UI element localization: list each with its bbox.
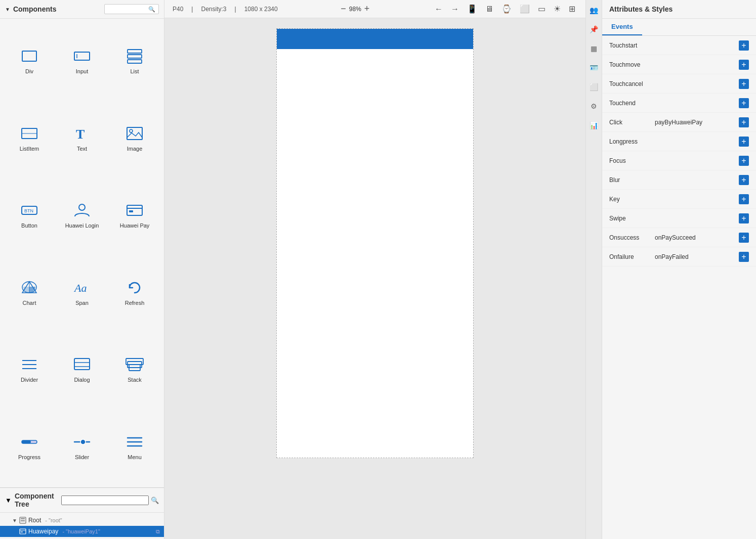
listitem-label: ListItem: [20, 146, 39, 152]
tree-row-huaweipay[interactable]: Huaweipay - "huaweiPay1" ⧉: [0, 526, 164, 537]
tab-bar: Events: [602, 19, 756, 36]
undo-button[interactable]: ←: [433, 4, 445, 15]
event-add-onfailure[interactable]: +: [739, 252, 749, 262]
components-title: Components: [13, 5, 104, 13]
device-frame: [276, 28, 474, 458]
event-row-focus: Focus +: [602, 151, 756, 170]
components-collapse-arrow[interactable]: ▼: [5, 7, 10, 12]
component-span[interactable]: Aa Span: [57, 254, 107, 330]
component-div[interactable]: Div: [4, 23, 55, 98]
huaweipay-component[interactable]: [277, 29, 473, 49]
component-refresh[interactable]: Refresh: [109, 254, 160, 330]
component-list[interactable]: List: [109, 23, 160, 98]
huaweilogin-label: Huawei Login: [65, 222, 99, 229]
tablet-button[interactable]: ⬜: [518, 3, 532, 15]
root-node-id: - "root": [45, 517, 62, 523]
tree-row-root[interactable]: ▼ Root - "root": [0, 515, 164, 526]
component-progress[interactable]: Progress: [4, 409, 55, 484]
toolbar-sep2: |: [235, 6, 236, 13]
list-icon: [122, 46, 147, 66]
right-panel: Attributes & Styles Events Touchstart + …: [602, 0, 756, 539]
side-icons: 👥 📌 ▦ 🪪 ⬜ ⚙ 📊: [585, 0, 602, 539]
event-add-blur[interactable]: +: [739, 175, 749, 185]
event-add-touchcancel[interactable]: +: [739, 79, 749, 89]
toolbar-actions: ← → 📱 🖥 ⌚ ⬜ ▭ ☀ ⊞: [433, 3, 577, 15]
input-icon: [70, 46, 94, 66]
svg-rect-38: [21, 520, 25, 521]
side-icon-card[interactable]: 🪪: [587, 62, 600, 74]
side-icon-people[interactable]: 👥: [587, 4, 600, 16]
zoom-in-button[interactable]: +: [364, 4, 370, 14]
expand-button[interactable]: ▭: [536, 3, 548, 15]
attributes-title: Attributes & Styles: [602, 0, 756, 19]
component-input[interactable]: Input: [57, 23, 107, 98]
side-icon-pin[interactable]: 📌: [587, 23, 600, 35]
event-name-click: Click: [609, 119, 655, 126]
component-slider[interactable]: Slider: [57, 409, 107, 484]
event-add-onsuccess[interactable]: +: [739, 233, 749, 243]
phone-portrait-button[interactable]: 📱: [465, 3, 479, 15]
tree-search-input[interactable]: [61, 496, 149, 505]
redo-button[interactable]: →: [449, 4, 461, 15]
chart-icon: [17, 278, 41, 298]
slider-label: Slider: [75, 454, 89, 460]
component-menu[interactable]: Menu: [109, 409, 160, 484]
component-huaweipay[interactable]: Huawei Pay: [109, 177, 160, 252]
component-huaweilogin[interactable]: Huawei Login: [57, 177, 107, 252]
component-text[interactable]: T Text: [57, 100, 107, 175]
component-divider[interactable]: Divider: [4, 331, 55, 407]
left-panel: ▼ Components 🔍 Div Input: [0, 0, 164, 539]
event-add-longpress[interactable]: +: [739, 137, 749, 147]
toolbar-sep1: |: [191, 6, 193, 13]
event-add-key[interactable]: +: [739, 194, 749, 204]
side-icon-grid[interactable]: ▦: [589, 42, 599, 55]
side-icon-chart[interactable]: 📊: [587, 119, 600, 131]
event-row-blur: Blur +: [602, 170, 756, 190]
watch-button[interactable]: ⌚: [499, 3, 514, 15]
side-icon-window[interactable]: ⬜: [587, 81, 600, 93]
tab-events[interactable]: Events: [602, 19, 642, 35]
screen-button[interactable]: 🖥: [483, 4, 495, 15]
text-icon: T: [70, 123, 94, 144]
component-dialog[interactable]: Dialog: [57, 331, 107, 407]
zoom-out-button[interactable]: −: [341, 4, 346, 14]
multiscreen-button[interactable]: ⊞: [567, 3, 577, 15]
component-stack[interactable]: Stack: [109, 331, 160, 407]
toolbar: P40 | Density:3 | 1080 x 2340 − 98% + ← …: [164, 0, 585, 18]
span-label: Span: [75, 300, 89, 306]
event-row-touchend: Touchend +: [602, 94, 756, 113]
svg-point-13: [79, 204, 85, 210]
svg-text:T: T: [76, 127, 85, 142]
component-button[interactable]: BTN Button: [4, 177, 55, 252]
event-add-focus[interactable]: +: [739, 156, 749, 166]
components-search-input[interactable]: [108, 6, 148, 13]
stack-label: Stack: [128, 377, 142, 383]
components-search-box[interactable]: 🔍: [104, 4, 159, 14]
device-density: Density:3: [201, 6, 226, 13]
tree-search-box[interactable]: 🔍: [61, 496, 159, 505]
component-tree-title: Component Tree: [15, 492, 62, 508]
event-add-touchstart[interactable]: +: [739, 40, 749, 51]
event-add-swipe[interactable]: +: [739, 213, 749, 223]
events-list: Touchstart + Touchmove + Touchcancel + T…: [602, 36, 756, 539]
event-value-onfailure: onPayFailed: [655, 253, 739, 260]
component-listitem[interactable]: ListItem: [4, 100, 55, 175]
huaweipay-node-icon: [19, 528, 26, 535]
stack-icon: [122, 354, 147, 375]
component-chart[interactable]: Chart: [4, 254, 55, 330]
sun-button[interactable]: ☀: [552, 3, 563, 15]
progress-icon: [17, 432, 41, 452]
huaweipay-copy-icon[interactable]: ⧉: [156, 528, 160, 535]
event-add-click[interactable]: +: [739, 117, 749, 127]
event-add-touchmove[interactable]: +: [739, 60, 749, 70]
side-icon-gear[interactable]: ⚙: [589, 100, 599, 112]
root-expand-arrow[interactable]: ▼: [12, 518, 17, 523]
svg-point-10: [130, 129, 133, 132]
component-image[interactable]: Image: [109, 100, 160, 175]
svg-rect-3: [128, 50, 142, 53]
event-add-touchend[interactable]: +: [739, 98, 749, 108]
tree-collapse-arrow[interactable]: ▼: [5, 497, 12, 504]
svg-point-32: [80, 439, 86, 444]
image-icon: [122, 123, 147, 144]
middle-panel: P40 | Density:3 | 1080 x 2340 − 98% + ← …: [164, 0, 585, 539]
